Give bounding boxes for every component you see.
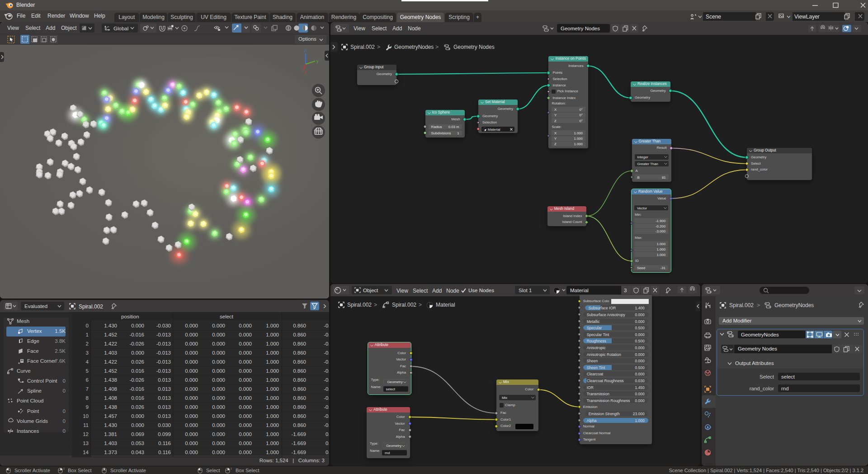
svg-text:z: z — [304, 48, 307, 53]
svg-text:x: x — [304, 70, 307, 74]
svg-text:y: y — [316, 59, 319, 63]
